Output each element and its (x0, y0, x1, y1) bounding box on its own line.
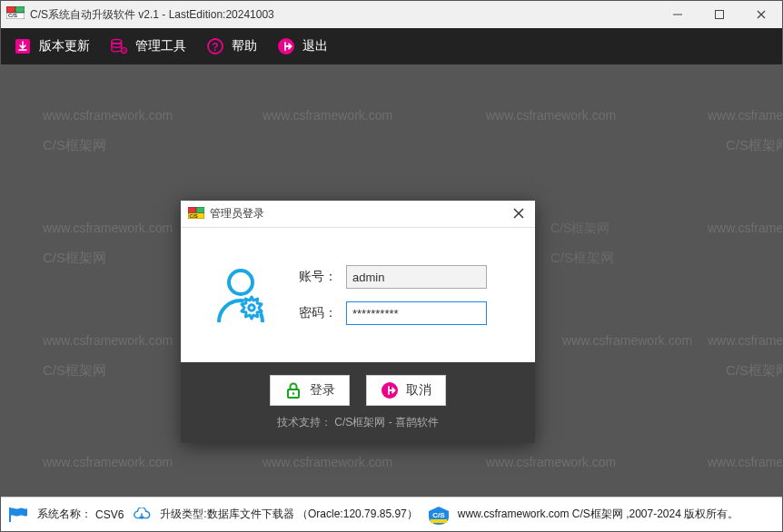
watermark-brand: C/S框架网 (43, 137, 106, 154)
svg-text:C/S: C/S (432, 511, 445, 519)
cs-brand-icon: C/S (427, 506, 449, 524)
dialog-titlebar: C/S 管理员登录 (181, 201, 535, 228)
database-gear-icon (110, 37, 128, 55)
watermark-url: www.csframework.com (263, 455, 392, 469)
toolbar-exit[interactable]: 退出 (277, 37, 328, 55)
toolbar-help[interactable]: ? 帮助 (206, 37, 257, 55)
cancel-button[interactable]: 取消 (366, 375, 446, 406)
statusbar: 系统名称： CSV6 升级类型:数据库文件下载器 （Oracle:120.79.… (1, 497, 782, 531)
copyright: www.csframework.com C/S框架网 ,2007-2024 版权… (458, 507, 738, 522)
watermark-url: www.csframework.com (43, 455, 173, 469)
svg-point-10 (112, 44, 122, 47)
exit-icon (277, 37, 295, 55)
watermark-url: www.csframework.com (43, 333, 173, 348)
watermark-url: www.csframework.com (263, 108, 392, 123)
watermark-url: www.csframework.com (708, 108, 782, 123)
dialog-close-button[interactable] (510, 206, 528, 222)
svg-text:?: ? (212, 41, 218, 54)
toolbar-update[interactable]: 版本更新 (14, 37, 90, 55)
user-gear-icon (208, 262, 273, 328)
svg-rect-1 (15, 6, 25, 13)
maximize-button[interactable] (699, 1, 740, 28)
cloud-download-icon (133, 508, 151, 521)
support-text: 技术支持： C/S框架网 - 喜鹊软件 (277, 415, 439, 430)
watermark-brand: C/S框架网 (550, 250, 614, 267)
window-title: C/S系统自动升级软件 v2.1 - LastEdition:20241003 (30, 7, 274, 23)
svg-rect-29 (431, 519, 447, 523)
watermark-url: www.csframework.com (708, 455, 782, 469)
system-name-label: 系统名称： (37, 507, 92, 522)
watermark-brand: C/S框架网 (726, 137, 782, 154)
login-button-label: 登录 (310, 382, 335, 399)
svg-rect-0 (6, 6, 15, 13)
exit-icon (381, 381, 399, 399)
watermark-url: www.csframework.com (486, 108, 616, 123)
dialog-title: 管理员登录 (210, 206, 264, 222)
watermark-brand: C/S框架网 (550, 221, 610, 237)
svg-text:C/S: C/S (8, 13, 17, 18)
download-icon (14, 37, 32, 55)
cancel-button-label: 取消 (406, 382, 431, 399)
help-icon: ? (206, 37, 224, 55)
svg-point-9 (112, 39, 122, 43)
svg-point-22 (229, 271, 253, 294)
toolbar: 版本更新 管理工具 ? 帮助 退出 (1, 28, 782, 64)
workspace: www.csframework.com www.csframework.com … (1, 64, 782, 497)
flag-icon (8, 507, 28, 523)
titlebar: C/S C/S系统自动升级软件 v2.1 - LastEdition:20241… (1, 1, 782, 28)
svg-point-26 (292, 392, 294, 394)
toolbar-tools[interactable]: 管理工具 (110, 37, 186, 55)
svg-text:C/S: C/S (190, 212, 199, 218)
watermark-url: www.csframework.com (43, 221, 173, 235)
system-name-value: CSV6 (95, 508, 124, 521)
watermark-url: www.csframework.com (43, 108, 173, 123)
app-icon: C/S (6, 6, 25, 23)
watermark-url: www.csframework.com (486, 455, 616, 469)
svg-rect-5 (716, 11, 724, 19)
watermark-brand: C/S框架网 (726, 362, 782, 379)
close-button[interactable] (740, 1, 782, 28)
lock-icon (284, 381, 302, 399)
login-button[interactable]: 登录 (270, 375, 350, 406)
toolbar-help-label: 帮助 (232, 38, 257, 54)
account-label: 账号： (295, 269, 337, 285)
upgrade-type: 升级类型:数据库文件下载器 （Oracle:120.79.85.97） (160, 507, 417, 522)
dialog-icon: C/S (188, 206, 204, 222)
watermark-brand: C/S框架网 (43, 362, 106, 379)
login-dialog: C/S 管理员登录 (181, 201, 535, 443)
watermark-url: www.csframework.com (562, 333, 692, 348)
password-label: 密码： (295, 305, 337, 321)
toolbar-exit-label: 退出 (302, 38, 328, 54)
watermark-url: www.csframework.com (708, 221, 782, 235)
toolbar-tools-label: 管理工具 (135, 38, 186, 54)
watermark-url: www.csframework.com (708, 333, 782, 348)
account-input[interactable] (346, 265, 487, 289)
svg-point-12 (124, 50, 125, 52)
toolbar-update-label: 版本更新 (39, 38, 90, 54)
password-input[interactable] (346, 301, 487, 325)
watermark-brand: C/S框架网 (43, 250, 106, 267)
minimize-button[interactable] (657, 1, 699, 28)
